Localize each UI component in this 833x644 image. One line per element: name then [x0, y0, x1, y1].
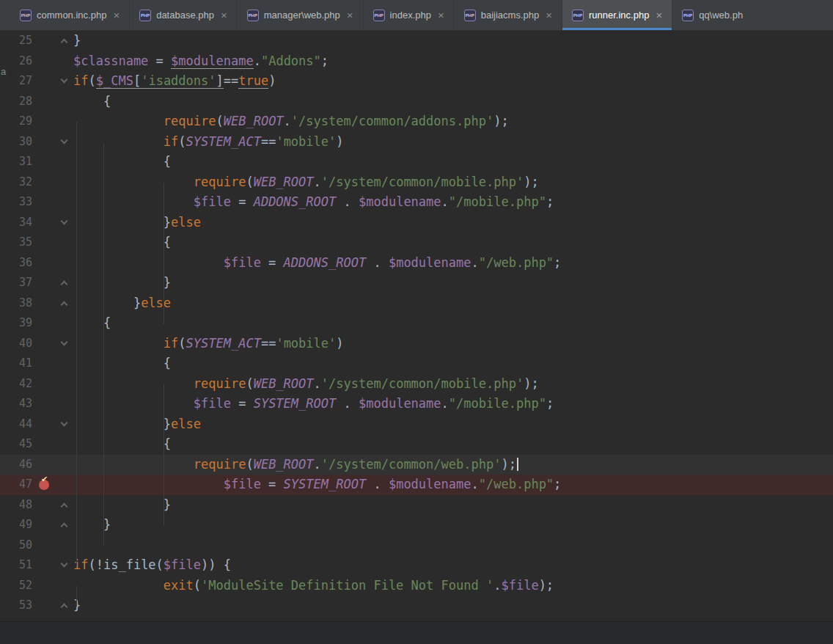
line-number[interactable]: 44: [0, 414, 32, 435]
line-number[interactable]: 35: [0, 233, 32, 253]
fold-gutter[interactable]: [56, 51, 73, 72]
line-number[interactable]: 52: [0, 576, 32, 596]
code-line[interactable]: 48}: [0, 495, 833, 516]
breakpoint-gutter[interactable]: [32, 354, 56, 374]
fold-end-icon[interactable]: [61, 502, 68, 510]
fold-end-icon[interactable]: [61, 301, 68, 308]
code-line[interactable]: 50: [0, 535, 833, 556]
code-line[interactable]: 25}: [0, 31, 833, 51]
tab-close-icon[interactable]: ×: [221, 10, 227, 21]
code-line[interactable]: 41{: [0, 354, 833, 374]
fold-gutter[interactable]: [56, 233, 73, 253]
fold-start-icon[interactable]: [61, 419, 68, 426]
line-number[interactable]: 37: [0, 273, 32, 293]
tab-close-icon[interactable]: ×: [113, 10, 120, 21]
breakpoint-icon[interactable]: [39, 480, 49, 490]
breakpoint-gutter[interactable]: [32, 394, 56, 414]
line-number[interactable]: 40: [0, 334, 32, 354]
code-line[interactable]: 52exit('ModuleSite Definition File Not F…: [0, 576, 833, 596]
line-number[interactable]: 25: [0, 31, 32, 51]
editor-tab[interactable]: PHPcommon.inc.php×: [10, 0, 130, 30]
breakpoint-gutter[interactable]: [32, 31, 56, 51]
fold-gutter[interactable]: [56, 71, 73, 92]
editor-pane[interactable]: a 25}26$classname = $modulename."Addons"…: [0, 31, 833, 644]
line-number[interactable]: 39: [0, 313, 32, 334]
breakpoint-gutter[interactable]: [32, 253, 56, 274]
fold-gutter[interactable]: [56, 515, 73, 535]
code-line[interactable]: 29require(WEB_ROOT.'/system/common/addon…: [0, 111, 833, 132]
fold-start-icon[interactable]: [61, 136, 68, 144]
breakpoint-gutter[interactable]: [32, 515, 56, 535]
breakpoint-gutter[interactable]: [32, 233, 56, 253]
line-number[interactable]: 45: [0, 434, 32, 455]
fold-gutter[interactable]: [56, 535, 73, 556]
line-number[interactable]: 46: [0, 455, 32, 475]
breakpoint-gutter[interactable]: [32, 213, 56, 233]
fold-end-icon[interactable]: [61, 281, 68, 288]
code-line[interactable]: 33$file = ADDONS_ROOT . $modulename."/mo…: [0, 192, 833, 213]
fold-gutter[interactable]: [56, 374, 73, 395]
fold-gutter[interactable]: [56, 596, 73, 616]
fold-gutter[interactable]: [56, 213, 73, 233]
fold-end-icon[interactable]: [61, 523, 68, 530]
fold-gutter[interactable]: [56, 555, 73, 576]
code-line[interactable]: 36$file = ADDONS_ROOT . $modulename."/we…: [0, 253, 833, 274]
breakpoint-gutter[interactable]: [32, 596, 56, 616]
editor-tab[interactable]: PHPqq\web.ph: [672, 0, 752, 30]
breakpoint-gutter[interactable]: [32, 374, 56, 395]
line-number[interactable]: 53: [0, 596, 32, 616]
code-line[interactable]: 53}: [0, 596, 833, 616]
fold-gutter[interactable]: [56, 394, 73, 414]
line-number[interactable]: 30: [0, 132, 32, 153]
fold-gutter[interactable]: [56, 475, 73, 495]
breakpoint-gutter[interactable]: [32, 92, 56, 112]
fold-gutter[interactable]: [56, 92, 73, 112]
fold-gutter[interactable]: [56, 111, 73, 132]
breakpoint-gutter[interactable]: [32, 313, 56, 334]
line-number[interactable]: 49: [0, 515, 32, 535]
line-number[interactable]: 50: [0, 535, 32, 556]
code-line[interactable]: 35{: [0, 233, 833, 253]
code-line[interactable]: 31{: [0, 152, 833, 172]
breakpoint-gutter[interactable]: [32, 293, 56, 314]
fold-gutter[interactable]: [56, 354, 73, 374]
fold-gutter[interactable]: [56, 455, 73, 475]
tab-close-icon[interactable]: ×: [546, 10, 552, 21]
line-number[interactable]: 41: [0, 354, 32, 374]
editor-tab[interactable]: PHPbaijiacms.php×: [455, 0, 562, 30]
breakpoint-gutter[interactable]: [32, 132, 56, 153]
code-line[interactable]: 34}else: [0, 213, 833, 233]
breakpoint-gutter[interactable]: [32, 111, 56, 132]
code-line[interactable]: 40if(SYSTEM_ACT=='mobile'): [0, 334, 833, 354]
code-line[interactable]: 46require(WEB_ROOT.'/system/common/web.p…: [0, 455, 833, 475]
breakpoint-gutter[interactable]: [32, 455, 56, 475]
code-line[interactable]: 28{: [0, 92, 833, 112]
fold-gutter[interactable]: [56, 495, 73, 516]
line-number[interactable]: 42: [0, 374, 32, 395]
tab-close-icon[interactable]: ×: [656, 10, 662, 21]
tab-close-icon[interactable]: ×: [347, 10, 353, 21]
line-number[interactable]: 33: [0, 192, 32, 213]
fold-start-icon[interactable]: [61, 560, 68, 568]
fold-gutter[interactable]: [56, 152, 73, 172]
line-number[interactable]: 34: [0, 213, 32, 233]
fold-gutter[interactable]: [56, 172, 73, 193]
code-line[interactable]: 32require(WEB_ROOT.'/system/common/mobil…: [0, 172, 833, 193]
code-line[interactable]: 39{: [0, 313, 833, 334]
fold-gutter[interactable]: [56, 313, 73, 334]
code-line[interactable]: 43$file = SYSTEM_ROOT . $modulename."/mo…: [0, 394, 833, 414]
editor-tab[interactable]: PHPrunner.inc.php×: [562, 0, 672, 30]
line-number[interactable]: 43: [0, 394, 32, 414]
code-line[interactable]: 26$classname = $modulename."Addons";: [0, 51, 833, 72]
line-number[interactable]: 31: [0, 152, 32, 172]
code-line[interactable]: 38}else: [0, 293, 833, 314]
line-number[interactable]: 36: [0, 253, 32, 274]
fold-gutter[interactable]: [56, 434, 73, 455]
line-number[interactable]: 48: [0, 495, 32, 516]
breakpoint-gutter[interactable]: [32, 334, 56, 354]
line-number[interactable]: 38: [0, 293, 32, 314]
breakpoint-gutter[interactable]: [32, 152, 56, 172]
line-number[interactable]: 28: [0, 92, 32, 112]
code-line[interactable]: 51if(!is_file($file)) {: [0, 555, 833, 576]
fold-end-icon[interactable]: [61, 39, 68, 46]
